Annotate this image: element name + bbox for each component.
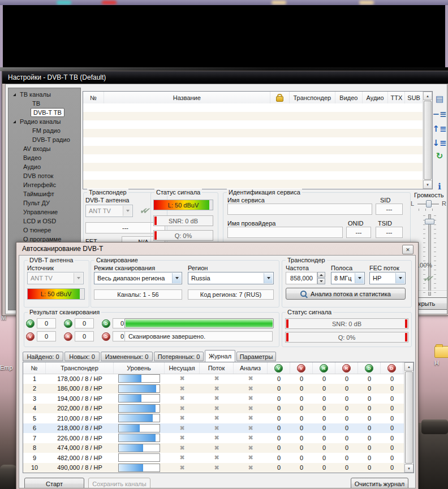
journal-row[interactable]: 3194,000 / 8 / HP✖✖✖000000 — [23, 393, 404, 404]
sidebar-item-аудио[interactable]: Аудио — [8, 162, 80, 171]
journal-col-несущая[interactable]: Несущая — [165, 362, 200, 374]
journal-row[interactable]: 1178,000 / 8 / HP✖✖✖000000 — [23, 374, 404, 384]
journal-row[interactable]: 4202,000 / 8 / HP✖✖✖000000 — [23, 404, 404, 414]
channel-col-lock[interactable] — [270, 92, 290, 103]
tree-expander-icon[interactable] — [13, 120, 16, 123]
scroll-up-arrow[interactable]: ▲ — [423, 92, 432, 100]
sidebar-item-fm-радио[interactable]: FM радио — [8, 126, 80, 135]
tab-журнал[interactable]: Журнал — [205, 350, 235, 362]
journal-table-body[interactable]: 1178,000 / 8 / HP✖✖✖0000002186,000 / 8 /… — [23, 374, 404, 473]
fec-select[interactable]: HP — [369, 272, 406, 284]
channel-col-транспондер[interactable]: Транспондер — [290, 92, 335, 103]
scroll-down-arrow[interactable]: ▼ — [404, 464, 413, 473]
journal-col-поток[interactable]: Поток — [200, 362, 234, 374]
volume-thumb[interactable] — [425, 219, 434, 224]
sidebar-item-видео[interactable]: Видео — [8, 153, 80, 162]
journal-col-badge-v-fail[interactable]: V — [290, 362, 313, 374]
clear-journal-button[interactable]: Очистить журнал — [351, 478, 408, 488]
journal-col-уровень[interactable]: Уровень — [114, 362, 165, 374]
start-button[interactable]: Старт — [24, 478, 84, 488]
sidebar-item-lcd-и-osd[interactable]: LCD и OSD — [8, 217, 80, 226]
folder-icon[interactable] — [434, 346, 448, 358]
dialog-close-button[interactable]: ✕ — [402, 245, 413, 254]
channel-col-аудио[interactable]: Аудио — [363, 92, 389, 103]
channel-col-ttx[interactable]: TTX — [388, 92, 405, 103]
refresh-channels-icon[interactable]: ↻ — [434, 150, 445, 162]
journal-col-badge-d-fail[interactable]: D — [381, 362, 403, 374]
journal-cell-count: 0 — [358, 444, 381, 451]
journal-row[interactable]: 7226,000 / 8 / HP✖✖✖000000 — [23, 433, 404, 443]
channel-info-icon[interactable]: ℹ — [434, 181, 445, 192]
tab-потерянных-0[interactable]: Потерянных: 0 — [154, 352, 204, 361]
save-channels-button[interactable]: Сохранить каналы — [88, 478, 150, 488]
sidebar-item-таймшифт[interactable]: Таймшифт — [8, 189, 80, 198]
sidebar-item-радио-каналы[interactable]: Радио каналы — [8, 117, 80, 126]
volume-check-icon[interactable]: ✔✔ — [420, 273, 432, 284]
journal-row[interactable]: 2186,000 / 8 / HP✖✖✖000000 — [23, 384, 404, 394]
channel-list-icon[interactable]: ▤ — [434, 93, 445, 105]
scan-progress-fill — [126, 319, 273, 327]
journal-col-badge-v-ok[interactable]: V — [268, 362, 290, 374]
snr-text: SNR: 0 dB — [169, 218, 198, 224]
desktop-icon-label[interactable]: Emp — [0, 364, 13, 371]
scroll-down-arrow[interactable]: ▼ — [423, 180, 432, 189]
channel-col-название[interactable]: Название — [104, 92, 270, 103]
spin-down-icon[interactable] — [317, 278, 325, 284]
journal-col-№[interactable]: № — [23, 362, 46, 374]
analyze-button[interactable]: Анализ потока и статистика — [286, 288, 406, 300]
journal-row[interactable]: 6218,000 / 8 / HP✖✖✖000000 — [23, 423, 404, 434]
balance-thumb[interactable] — [426, 200, 432, 207]
sidebar-item-тв[interactable]: ТВ — [8, 99, 80, 108]
scroll-thumb[interactable] — [424, 101, 432, 180]
bandwidth-select[interactable]: 8 МГц — [331, 272, 365, 284]
journal-row[interactable]: 10490,000 / 8 / HP✖✖✖000000 — [23, 463, 404, 473]
scroll-up-arrow[interactable]: ▲ — [404, 362, 413, 371]
move-down-icon[interactable]: ↓≡ — [434, 137, 445, 149]
channel-col-видео[interactable]: Видео — [335, 92, 363, 103]
antenna-check-icon[interactable]: ✔✔ — [137, 205, 148, 217]
scan-mode-select[interactable]: Весь диапазон региона — [94, 272, 182, 284]
tree-expander-icon[interactable] — [13, 93, 16, 96]
sidebar-item-тв-каналы[interactable]: ТВ каналы — [8, 90, 80, 99]
dlg-source-select[interactable]: ANT TV — [27, 272, 84, 284]
tab-новых-0[interactable]: Новых: 0 — [64, 352, 100, 361]
channel-table-body[interactable] — [83, 103, 423, 189]
scroll-thumb[interactable] — [405, 371, 413, 464]
frequency-spinner[interactable] — [317, 272, 325, 284]
remove-channel-icon[interactable]: −≡ — [434, 109, 445, 120]
journal-row[interactable]: 5210,000 / 8 / HP✖✖✖000000 — [23, 413, 404, 423]
spin-up-icon[interactable] — [317, 272, 325, 278]
channel-table-header[interactable]: №НазваниеТранспондерВидеоАудиоTTXSUB — [83, 92, 423, 104]
journal-table-header[interactable]: №ТранспондерУровеньНесущаяПотокАнализVVR… — [23, 362, 404, 374]
frequency-input[interactable]: 858,000 — [286, 272, 317, 284]
desktop-icon-label[interactable]: H — [434, 360, 439, 366]
journal-scrollbar[interactable]: ▲ ▼ — [404, 362, 413, 473]
journal-row[interactable]: 8474,000 / 8 / HP✖✖✖000000 — [23, 443, 404, 453]
settings-titlebar[interactable]: Настройки - DVB-T ТВ (Default) — [2, 71, 448, 84]
journal-col-анализ[interactable]: Анализ — [234, 362, 268, 374]
sidebar-item-пульт-ду[interactable]: Пульт ДУ — [8, 198, 80, 207]
sidebar-item-интерфейс[interactable]: Интерфейс — [8, 180, 80, 189]
channel-col-№[interactable]: № — [83, 92, 104, 103]
journal-col-badge-r-ok[interactable]: R — [313, 362, 335, 374]
journal-col-badge-d-ok[interactable]: D — [358, 362, 381, 374]
autoscan-titlebar[interactable]: Автосканирование DVB-T — [16, 243, 418, 255]
sidebar-item-dvb-t-радио[interactable]: DVB-T радио — [8, 135, 80, 144]
sidebar-item-dvb-t-тв[interactable]: DVB-T ТВ — [8, 108, 80, 117]
tab-параметры[interactable]: Параметры — [236, 352, 276, 361]
sidebar-item-управление[interactable]: Управление — [8, 207, 80, 217]
move-up-icon[interactable]: ↑≡ — [434, 123, 445, 135]
channel-table-scrollbar[interactable]: ▲ ▼ — [423, 92, 432, 189]
region-select[interactable]: Russia — [188, 272, 274, 284]
tab-измененных-0[interactable]: Измененных: 0 — [101, 352, 153, 361]
counter-v: 0 — [37, 331, 56, 341]
journal-col-badge-r-fail[interactable]: R — [335, 362, 358, 374]
channel-col-sub[interactable]: SUB — [405, 92, 423, 103]
journal-row[interactable]: 9482,000 / 8 / HP✖✖✖000000 — [23, 453, 404, 463]
sidebar-item-av-входы[interactable]: AV входы — [8, 144, 80, 153]
sidebar-item-dvb-поток[interactable]: DVB поток — [8, 171, 80, 180]
antenna-source-select[interactable]: ANT TV — [85, 205, 133, 217]
sidebar-item-о-тюнере[interactable]: О тюнере — [8, 226, 80, 235]
journal-col-транспондер[interactable]: Транспондер — [46, 362, 114, 374]
tab-найдено-0[interactable]: Найдено: 0 — [23, 352, 63, 361]
